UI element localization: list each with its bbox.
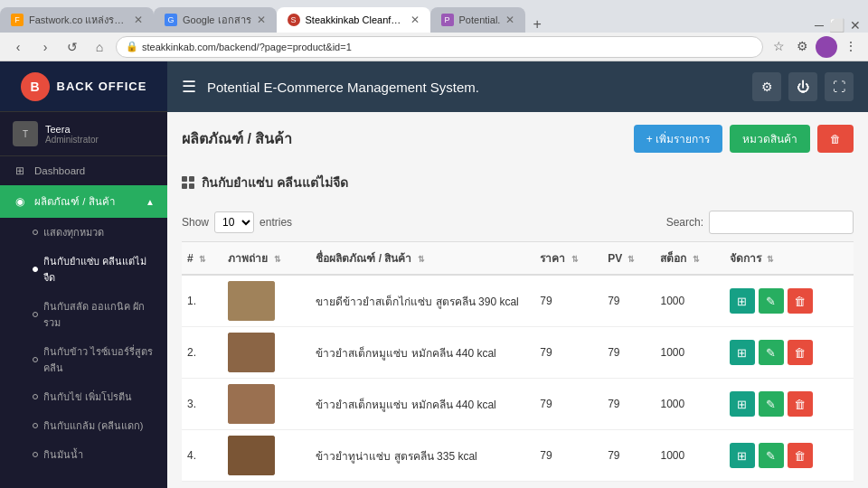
tab-google-docs[interactable]: G Google เอกสาร ✕ bbox=[154, 7, 277, 33]
action-buttons-2: ⊞ ✎ 🗑 bbox=[730, 391, 848, 417]
view-button-0[interactable]: ⊞ bbox=[730, 288, 755, 314]
steak-favicon: S bbox=[288, 14, 300, 26]
col-price: ราคา ⇅ bbox=[534, 242, 602, 276]
tab-potential[interactable]: P Potential. ✕ bbox=[430, 7, 526, 33]
sidebar-sub-salad[interactable]: กินกับสลัด ออแกนิค ผักรวม bbox=[0, 292, 167, 337]
sidebar-sub-egg-label: กินกับไข่ เพิ่มโปรตีน bbox=[43, 389, 132, 405]
tab-close-potential[interactable]: ✕ bbox=[505, 14, 514, 26]
products-arrow-icon: ▲ bbox=[146, 197, 155, 207]
cell-num-0: 1. bbox=[182, 275, 222, 327]
sidebar-sub-more[interactable]: กินมันน้ำ bbox=[0, 440, 167, 469]
action-buttons-0: ⊞ ✎ 🗑 bbox=[730, 288, 848, 314]
sort-price-icon: ⇅ bbox=[571, 255, 579, 264]
home-button[interactable]: ⌂ bbox=[89, 36, 110, 58]
refresh-button[interactable]: ↺ bbox=[61, 36, 83, 58]
delete-button[interactable]: 🗑 bbox=[817, 125, 854, 153]
table-controls: Show 10 entries Search: bbox=[182, 211, 854, 234]
tab-close-google[interactable]: ✕ bbox=[257, 14, 266, 26]
profile-avatar[interactable] bbox=[816, 36, 837, 58]
tab-fastwork-label: Fastwork.co แหล่งรวมฟรีแลนซ์ครบ... bbox=[29, 12, 128, 28]
sort-stock-icon: ⇅ bbox=[693, 255, 700, 264]
url-input[interactable]: 🔒 steakkinkab.com/backend/?page=product&… bbox=[116, 36, 763, 58]
view-button-3[interactable]: ⊞ bbox=[730, 443, 755, 468]
sidebar-dashboard-label: Dashboard bbox=[34, 165, 85, 176]
close-button[interactable]: ✕ bbox=[850, 18, 861, 33]
sidebar-sub-chicken[interactable]: กินกับแกล้ม (คลีนแดก) bbox=[0, 411, 167, 440]
cell-stock-0: 1000 bbox=[655, 275, 723, 327]
cell-actions-1: ⊞ ✎ 🗑 bbox=[724, 327, 854, 379]
cell-name-3: ข้าวยำทูน่าแซ่บ สูตรคลีน 335 kcal bbox=[310, 430, 534, 482]
tab-steakkinkab[interactable]: S Steakkinkab Cleanfood. ✕ bbox=[277, 7, 430, 33]
cell-actions-0: ⊞ ✎ 🗑 bbox=[724, 275, 854, 327]
delete-row-button-3[interactable]: 🗑 bbox=[788, 443, 813, 468]
cell-price-2: 79 bbox=[534, 379, 602, 430]
restore-button[interactable]: ⬜ bbox=[829, 18, 844, 33]
tab-close-steak[interactable]: ✕ bbox=[410, 14, 420, 26]
cell-price-3: 79 bbox=[534, 430, 602, 482]
sidebar-logo: B BACK OFFICE bbox=[0, 61, 167, 112]
new-tab-button[interactable]: + bbox=[525, 16, 548, 33]
cell-price-1: 79 bbox=[534, 327, 602, 379]
bookmark-icon[interactable]: ☆ bbox=[769, 36, 788, 56]
delete-row-button-2[interactable]: 🗑 bbox=[788, 391, 813, 417]
col-action: จัดการ ⇅ bbox=[724, 242, 854, 276]
table-row: 4. ข้าวยำทูน่าแซ่บ สูตรคลีน 335 kcal 79 … bbox=[182, 430, 854, 482]
delete-row-button-0[interactable]: 🗑 bbox=[788, 288, 813, 314]
edit-button-2[interactable]: ✎ bbox=[759, 391, 784, 417]
sidebar-sub-rice-label: กินกับข้าว ไรซ์เบอร์รี่สูตรคลีน bbox=[43, 343, 155, 376]
cell-pv-3: 79 bbox=[602, 430, 655, 482]
settings-button[interactable]: ⚙ bbox=[752, 72, 781, 101]
tab-fastwork[interactable]: F Fastwork.co แหล่งรวมฟรีแลนซ์ครบ... ✕ bbox=[0, 7, 154, 33]
view-button-2[interactable]: ⊞ bbox=[730, 391, 755, 417]
cell-img-1 bbox=[222, 327, 310, 379]
edit-button-1[interactable]: ✎ bbox=[759, 340, 784, 365]
view-button-1[interactable]: ⊞ bbox=[730, 340, 755, 365]
cell-stock-3: 1000 bbox=[655, 430, 723, 482]
edit-button-3[interactable]: ✎ bbox=[759, 443, 784, 468]
sidebar-sub-all[interactable]: แสดงทุกหมวด bbox=[0, 218, 167, 247]
sidebar-item-dashboard[interactable]: ⊞ Dashboard bbox=[0, 156, 167, 185]
sidebar-sub-all-label: แสดงทุกหมวด bbox=[43, 224, 104, 240]
sidebar-products-label: ผลิตภัณฑ์ / สินค้า bbox=[34, 193, 115, 210]
minimize-button[interactable]: ─ bbox=[815, 18, 824, 33]
more-options-icon[interactable]: ⋮ bbox=[841, 36, 861, 56]
sub-dot-salad bbox=[33, 312, 38, 317]
manage-category-button[interactable]: หมวดสินค้า bbox=[730, 125, 810, 153]
cell-num-1: 2. bbox=[182, 327, 222, 379]
sidebar-sub-egg[interactable]: กินกับไข่ เพิ่มโปรตีน bbox=[0, 382, 167, 411]
add-item-button[interactable]: + เพิ่มรายการ bbox=[634, 125, 722, 153]
sidebar-sub-gingyam[interactable]: กินกับยำแซ่บ คลีนแต่ไม่จืด bbox=[0, 247, 167, 292]
category-header: กินกับยำแซ่บ คลีนแต่ไม่จืด bbox=[182, 165, 854, 200]
logo-text: BACK OFFICE bbox=[57, 80, 147, 93]
action-buttons-1: ⊞ ✎ 🗑 bbox=[730, 340, 848, 365]
fullscreen-button[interactable]: ⛶ bbox=[825, 72, 854, 101]
delete-row-button-1[interactable]: 🗑 bbox=[788, 340, 813, 365]
user-info: Teera Administrator bbox=[45, 124, 99, 145]
cell-pv-2: 79 bbox=[602, 379, 655, 430]
col-photo: ภาพถ่าย ⇅ bbox=[222, 242, 310, 276]
hamburger-icon[interactable]: ☰ bbox=[182, 77, 196, 97]
forward-button[interactable]: › bbox=[34, 36, 56, 58]
sort-pv-icon: ⇅ bbox=[627, 255, 635, 264]
top-actions: ⚙ ⏻ ⛶ bbox=[752, 72, 854, 101]
cell-num-2: 3. bbox=[182, 379, 222, 430]
sidebar-sub-more-label: กินมันน้ำ bbox=[43, 446, 83, 463]
table-header-row: # ⇅ ภาพถ่าย ⇅ ชื่อผลิตภัณฑ์ / สินค้า ⇅ ร… bbox=[182, 242, 854, 276]
logo-icon: B bbox=[21, 72, 50, 101]
cell-pv-0: 79 bbox=[602, 275, 655, 327]
tab-close-fastwork[interactable]: ✕ bbox=[134, 14, 143, 26]
tab-google-label: Google เอกสาร bbox=[183, 12, 251, 28]
extensions-icon[interactable]: ⚙ bbox=[792, 36, 812, 56]
power-button[interactable]: ⏻ bbox=[788, 72, 817, 101]
back-button[interactable]: ‹ bbox=[7, 36, 29, 58]
edit-button-0[interactable]: ✎ bbox=[759, 288, 784, 314]
sidebar-sub-rice[interactable]: กินกับข้าว ไรซ์เบอร์รี่สูตรคลีน bbox=[0, 337, 167, 382]
sidebar-item-products[interactable]: ◉ ผลิตภัณฑ์ / สินค้า ▲ bbox=[0, 185, 167, 218]
sidebar-sub-chicken-label: กินกับแกล้ม (คลีนแดก) bbox=[43, 418, 143, 434]
entries-label: entries bbox=[259, 216, 292, 229]
entries-select[interactable]: 10 bbox=[214, 211, 254, 233]
search-input[interactable] bbox=[709, 211, 854, 234]
cell-pv-1: 79 bbox=[602, 327, 655, 379]
sub-dot-all bbox=[33, 230, 38, 235]
sub-dot-chicken bbox=[33, 423, 38, 428]
